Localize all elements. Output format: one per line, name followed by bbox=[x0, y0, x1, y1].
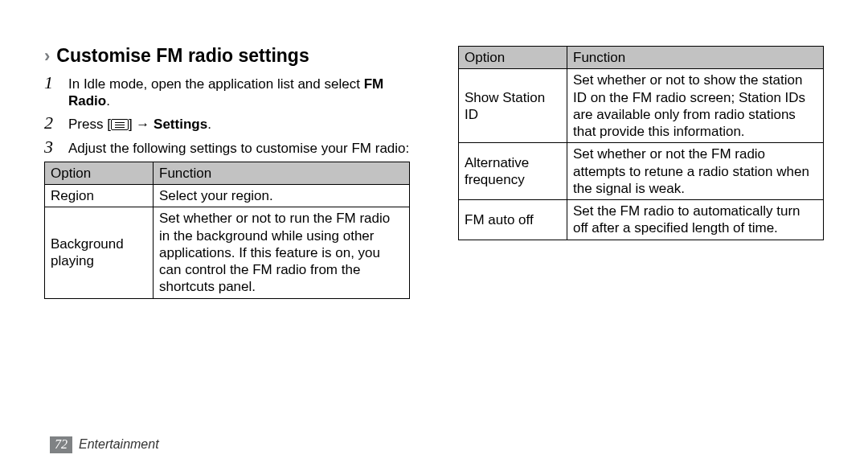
step-body: In Idle mode, open the application list … bbox=[68, 74, 410, 110]
page-number: 72 bbox=[50, 436, 72, 453]
function-cell: Set whether or not to run the FM radio i… bbox=[154, 207, 410, 298]
section-name: Entertainment bbox=[79, 436, 159, 453]
step-number: 3 bbox=[44, 138, 68, 156]
step-number: 2 bbox=[44, 114, 68, 132]
step-1: 1 In Idle mode, open the application lis… bbox=[44, 74, 410, 110]
content-columns: › Customise FM radio settings 1 In Idle … bbox=[44, 44, 824, 299]
option-cell: Show Station ID bbox=[459, 69, 567, 143]
section-heading: › Customise FM radio settings bbox=[44, 44, 410, 68]
table-row: Background playing Set whether or not to… bbox=[45, 207, 410, 298]
option-cell: FM auto off bbox=[459, 200, 567, 240]
step-2-text-d: . bbox=[207, 117, 211, 132]
option-cell: Background playing bbox=[45, 207, 154, 298]
settings-table-1: Option Function Region Select your regio… bbox=[44, 162, 410, 299]
chevron-right-icon: › bbox=[44, 47, 50, 65]
table-row: FM auto off Set the FM radio to automati… bbox=[459, 200, 824, 240]
table-header-row: Option Function bbox=[459, 47, 824, 69]
col-header-option: Option bbox=[459, 47, 567, 69]
page: › Customise FM radio settings 1 In Idle … bbox=[0, 0, 868, 471]
col-header-function: Function bbox=[567, 47, 824, 69]
col-header-function: Function bbox=[154, 162, 410, 184]
step-number: 1 bbox=[44, 74, 68, 92]
step-2-text-a: Press [ bbox=[68, 117, 111, 132]
menu-key-icon bbox=[111, 119, 129, 130]
step-2-text-b: ] → bbox=[129, 117, 154, 132]
page-footer: 72 Entertainment bbox=[50, 436, 159, 453]
step-1-text-a: In Idle mode, open the application list … bbox=[68, 76, 364, 92]
table-row: Show Station ID Set whether or not to sh… bbox=[459, 69, 824, 143]
settings-table-2: Option Function Show Station ID Set whet… bbox=[458, 46, 824, 240]
right-column: Option Function Show Station ID Set whet… bbox=[458, 44, 824, 299]
option-cell: Alternative frequency bbox=[459, 143, 567, 200]
step-2-bold: Settings bbox=[154, 117, 207, 132]
table-row: Region Select your region. bbox=[45, 185, 410, 207]
step-2: 2 Press [] → Settings. bbox=[44, 114, 410, 133]
function-cell: Set whether or not to show the station I… bbox=[567, 69, 824, 143]
left-column: › Customise FM radio settings 1 In Idle … bbox=[44, 44, 410, 299]
section-heading-text: Customise FM radio settings bbox=[56, 44, 309, 68]
function-cell: Set the FM radio to automatically turn o… bbox=[567, 200, 824, 240]
steps-list: 1 In Idle mode, open the application lis… bbox=[44, 74, 410, 157]
function-cell: Select your region. bbox=[154, 185, 410, 207]
col-header-option: Option bbox=[45, 162, 154, 184]
option-cell: Region bbox=[45, 185, 154, 207]
step-3-text: Adjust the following settings to customi… bbox=[68, 138, 410, 157]
table-header-row: Option Function bbox=[45, 162, 410, 184]
step-body: Press [] → Settings. bbox=[68, 114, 410, 133]
step-1-text-c: . bbox=[106, 93, 110, 109]
table-row: Alternative frequency Set whether or not… bbox=[459, 143, 824, 200]
function-cell: Set whether or not the FM radio attempts… bbox=[567, 143, 824, 200]
step-3: 3 Adjust the following settings to custo… bbox=[44, 138, 410, 157]
